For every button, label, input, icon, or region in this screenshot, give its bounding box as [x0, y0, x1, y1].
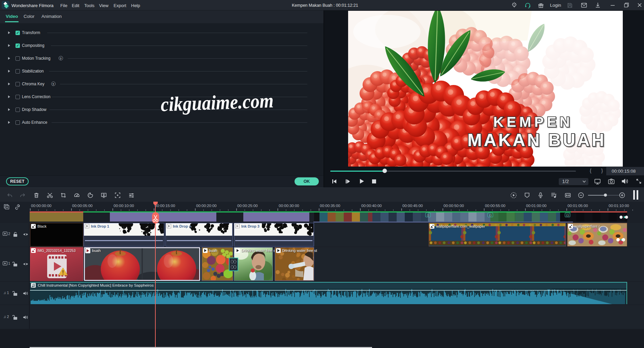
svg-text:cikguaime.com: cikguaime.com — [160, 89, 274, 116]
svg-text:KEMPEN: KEMPEN — [493, 114, 573, 130]
svg-text:MAKAN BUAH: MAKAN BUAH — [467, 130, 606, 150]
